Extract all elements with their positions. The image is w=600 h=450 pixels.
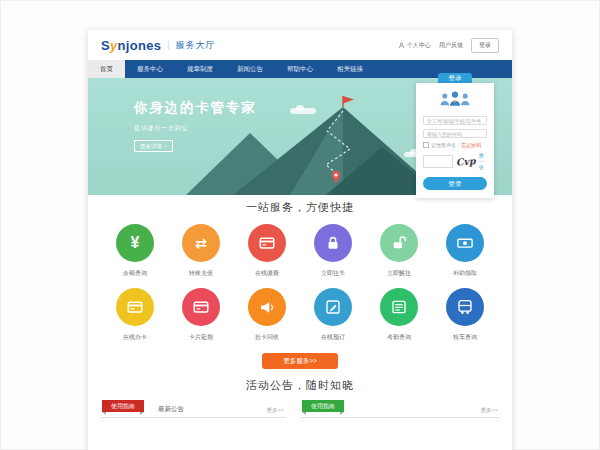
logo-divider: | bbox=[167, 40, 169, 50]
more-link-left[interactable]: 更多>> bbox=[267, 407, 284, 414]
bus-icon bbox=[446, 288, 484, 326]
site-title: 服务大厅 bbox=[176, 39, 216, 52]
captcha-input[interactable] bbox=[423, 155, 453, 168]
service-item-8[interactable]: 拾卡回收 bbox=[242, 288, 292, 342]
logo-accent: y bbox=[110, 38, 118, 53]
service-label: 拾卡回收 bbox=[242, 333, 292, 342]
login-submit-button[interactable]: 登录 bbox=[423, 177, 487, 190]
bank-card-icon bbox=[248, 224, 286, 262]
service-label: 卡片延期 bbox=[176, 333, 226, 342]
separator: | bbox=[458, 142, 459, 148]
more-services-button[interactable]: 更多服务>> bbox=[262, 353, 338, 369]
megaphone-icon bbox=[248, 288, 286, 326]
services-row-2: 在线办卡卡片延期拾卡回收在线预订考勤查询校车查询 bbox=[88, 288, 512, 342]
bank-card-icon bbox=[116, 288, 154, 326]
service-item-9[interactable]: 在线预订 bbox=[308, 288, 358, 342]
services-title: 一站服务，方便快捷 bbox=[88, 201, 512, 214]
nav-item-2[interactable]: 规章制度 bbox=[175, 60, 225, 78]
personal-center-label: 个人中心 bbox=[407, 41, 431, 50]
service-label: 在线预订 bbox=[308, 333, 358, 342]
nav-item-4[interactable]: 帮助中心 bbox=[275, 60, 325, 78]
service-item-0[interactable]: ¥余额查询 bbox=[110, 224, 160, 278]
service-label: 在线办卡 bbox=[110, 333, 160, 342]
remember-label: 记住用户名 bbox=[431, 142, 456, 148]
announcements-tabs: 使用指南 最新公告 更多>> 使用指南 更多>> bbox=[88, 400, 512, 418]
service-label: 余额查询 bbox=[110, 269, 160, 278]
remember-row: 记住用户名 | 忘记密码 bbox=[423, 142, 487, 148]
service-item-4[interactable]: 立即解挂 bbox=[374, 224, 424, 278]
service-item-7[interactable]: 卡片延期 bbox=[176, 288, 226, 342]
banner-subtitle: 提供捷径一步到位 bbox=[134, 124, 256, 133]
service-item-6[interactable]: 在线办卡 bbox=[110, 288, 160, 342]
service-item-5[interactable]: 补助领取 bbox=[440, 224, 490, 278]
site-header: Synjones | 服务大厅 个人中心 用户反馈 登录 bbox=[88, 30, 512, 60]
unlock-icon bbox=[380, 224, 418, 262]
user-feedback-link[interactable]: 用户反馈 bbox=[439, 41, 463, 50]
captcha-row: Cvp 换一张 bbox=[423, 152, 487, 170]
banner-headline: 你身边的卡管专家 bbox=[134, 99, 256, 117]
tab-usage-guide-right[interactable]: 使用指南 bbox=[302, 400, 344, 412]
captcha-refresh-link[interactable]: 换一张 bbox=[479, 152, 487, 170]
captcha-image: Cvp bbox=[456, 155, 477, 168]
service-label: 立即挂失 bbox=[308, 269, 358, 278]
forgot-password-link[interactable]: 忘记密码 bbox=[461, 142, 481, 148]
service-label: 考勤查询 bbox=[374, 333, 424, 342]
announcements-right-panel: 使用指南 更多>> bbox=[300, 400, 500, 418]
personal-center-link[interactable]: 个人中心 bbox=[398, 41, 431, 50]
service-label: 校车查询 bbox=[440, 333, 490, 342]
person-icon bbox=[398, 42, 405, 49]
bank-card-icon bbox=[182, 288, 220, 326]
synjones-logo: Synjones bbox=[101, 38, 161, 53]
service-label: 转账充值 bbox=[176, 269, 226, 278]
service-label: 在线缴费 bbox=[242, 269, 292, 278]
service-item-1[interactable]: ⇄转账充值 bbox=[176, 224, 226, 278]
login-tab[interactable]: 登录 bbox=[438, 73, 472, 83]
login-form: 记住用户名 | 忘记密码 Cvp 换一张 登录 bbox=[416, 83, 494, 198]
header-login-button[interactable]: 登录 bbox=[471, 38, 499, 53]
list-icon bbox=[380, 288, 418, 326]
edit-icon bbox=[314, 288, 352, 326]
service-label: 立即解挂 bbox=[374, 269, 424, 278]
more-link-right[interactable]: 更多>> bbox=[481, 407, 498, 414]
services-section: 一站服务，方便快捷 ¥余额查询⇄转账充值在线缴费立即挂失立即解挂补助领取 在线办… bbox=[88, 195, 512, 369]
service-label: 补助领取 bbox=[440, 269, 490, 278]
transfer-icon: ⇄ bbox=[182, 224, 220, 262]
password-input[interactable] bbox=[423, 129, 487, 138]
users-icon bbox=[423, 90, 487, 111]
header-links: 个人中心 用户反馈 登录 bbox=[398, 38, 499, 53]
hero-banner: 你身边的卡管专家 提供捷径一步到位 查看详情 > 登录 bbox=[88, 78, 512, 195]
portal-page: Synjones | 服务大厅 个人中心 用户反馈 登录 首页服务中心规章制度新… bbox=[88, 30, 512, 450]
tab-usage-guide-left[interactable]: 使用指南 bbox=[102, 400, 144, 412]
nav-item-1[interactable]: 服务中心 bbox=[125, 60, 175, 78]
announcements-title: 活动公告，随时知晓 bbox=[88, 379, 512, 392]
service-item-2[interactable]: 在线缴费 bbox=[242, 224, 292, 278]
nav-item-5[interactable]: 相关链接 bbox=[325, 60, 375, 78]
tab-latest-announcements[interactable]: 最新公告 bbox=[158, 405, 184, 414]
banner-text: 你身边的卡管专家 提供捷径一步到位 查看详情 > bbox=[134, 99, 256, 152]
login-panel: 登录 记住用户名 | 忘记密码 bbox=[416, 73, 494, 198]
nav-item-0[interactable]: 首页 bbox=[88, 60, 125, 78]
service-item-3[interactable]: 立即挂失 bbox=[308, 224, 358, 278]
banknote-icon bbox=[446, 224, 484, 262]
service-item-11[interactable]: 校车查询 bbox=[440, 288, 490, 342]
yen-icon: ¥ bbox=[116, 224, 154, 262]
services-row-1: ¥余额查询⇄转账充值在线缴费立即挂失立即解挂补助领取 bbox=[88, 224, 512, 278]
announcements-left-panel: 使用指南 最新公告 更多>> bbox=[100, 400, 286, 418]
nav-item-3[interactable]: 新闻公告 bbox=[225, 60, 275, 78]
remember-checkbox[interactable] bbox=[423, 142, 429, 148]
username-input[interactable] bbox=[423, 116, 487, 125]
service-item-10[interactable]: 考勤查询 bbox=[374, 288, 424, 342]
announcements-section: 活动公告，随时知晓 使用指南 最新公告 更多>> 使用指南 更多>> bbox=[88, 379, 512, 418]
banner-cta-button[interactable]: 查看详情 > bbox=[134, 140, 173, 152]
lock-icon bbox=[314, 224, 352, 262]
